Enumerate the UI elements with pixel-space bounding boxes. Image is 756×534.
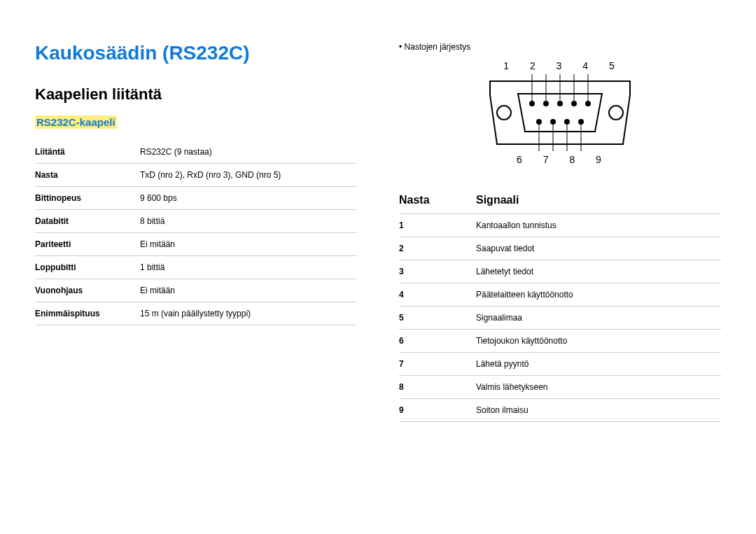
pin-signal: Tietojoukon käyttöönotto (476, 330, 721, 353)
subsection-highlight: RS232C-kaapeli (35, 115, 117, 129)
pin-number: 4 (399, 283, 476, 307)
pin-signal: Saapuvat tiedot (476, 237, 721, 260)
signal-th-signal: Signaali (476, 187, 721, 214)
table-row: PariteettiEi mitään (35, 233, 357, 256)
spec-label: Vuonohjaus (35, 279, 140, 302)
table-row: Loppubitti1 bittiä (35, 256, 357, 279)
table-row: 5Signaalimaa (399, 307, 721, 330)
table-row: Bittinopeus9 600 bps (35, 187, 357, 210)
table-row: NastaTxD (nro 2), RxD (nro 3), GND (nro … (35, 164, 357, 187)
spec-value: TxD (nro 2), RxD (nro 3), GND (nro 5) (140, 164, 357, 187)
spec-value: 15 m (vain päällystetty tyyppi) (140, 302, 357, 325)
spec-label: Bittinopeus (35, 187, 140, 210)
table-row: 2Saapuvat tiedot (399, 237, 721, 260)
pin-number: 5 (399, 307, 476, 330)
spec-value: RS232C (9 nastaa) (140, 141, 357, 164)
pin-number: 7 (399, 353, 476, 376)
table-row: 6Tietojoukon käyttöönotto (399, 330, 721, 353)
pin-number: 2 (399, 237, 476, 260)
table-row: 7Lähetä pyyntö (399, 353, 721, 376)
section-heading: Kaapelien liitäntä (35, 85, 357, 104)
pin-arrangement-label: Nastojen järjestys (399, 42, 721, 52)
table-row: Enimmäispituus15 m (vain päällystetty ty… (35, 302, 357, 325)
pin-number: 3 (399, 260, 476, 283)
pin-number: 6 (399, 330, 476, 353)
svg-point-10 (578, 119, 584, 125)
table-row: 4Päätelaitteen käyttöönotto (399, 283, 721, 307)
pin-number: 8 (399, 376, 476, 399)
svg-point-0 (497, 106, 511, 120)
spec-label: Pariteetti (35, 233, 140, 256)
spec-label: Databitit (35, 210, 140, 233)
table-row: Databitit8 bittiä (35, 210, 357, 233)
pin-signal: Lähetä pyyntö (476, 353, 721, 376)
signal-th-pin: Nasta (399, 187, 476, 214)
svg-point-9 (564, 119, 570, 125)
svg-point-6 (585, 101, 591, 106)
spec-label: Loppubitti (35, 256, 140, 279)
table-row: LiitäntäRS232C (9 nastaa) (35, 141, 357, 164)
pin-signal: Signaalimaa (476, 307, 721, 330)
svg-point-5 (571, 101, 577, 106)
spec-value: 9 600 bps (140, 187, 357, 210)
spec-label: Nasta (35, 164, 140, 187)
svg-point-8 (550, 119, 556, 125)
signal-table: Nasta Signaali 1Kantoaallon tunnistus2Sa… (399, 187, 721, 422)
spec-value: Ei mitään (140, 279, 357, 302)
spec-value: 8 bittiä (140, 210, 357, 233)
pin-number: 9 (399, 399, 476, 422)
db9-connector-icon (483, 74, 637, 151)
table-row: VuonohjausEi mitään (35, 279, 357, 302)
spec-value: Ei mitään (140, 233, 357, 256)
svg-point-2 (529, 101, 535, 106)
pins-top-numbers: 1 2 3 4 5 (483, 60, 637, 71)
svg-point-3 (543, 101, 549, 106)
svg-point-1 (609, 106, 623, 120)
pin-signal: Soiton ilmaisu (476, 399, 721, 422)
table-row: 3Lähetetyt tiedot (399, 260, 721, 283)
specs-table: LiitäntäRS232C (9 nastaa)NastaTxD (nro 2… (35, 141, 357, 325)
pins-bottom-numbers: 6 7 8 9 (483, 154, 637, 165)
table-row: 8Valmis lähetykseen (399, 376, 721, 399)
page-title: Kaukosäädin (RS232C) (35, 42, 357, 64)
pin-signal: Valmis lähetykseen (476, 376, 721, 399)
pin-signal: Kantoaallon tunnistus (476, 214, 721, 237)
spec-value: 1 bittiä (140, 256, 357, 279)
svg-point-4 (557, 101, 563, 106)
spec-label: Enimmäispituus (35, 302, 140, 325)
svg-point-7 (536, 119, 542, 125)
spec-label: Liitäntä (35, 141, 140, 164)
pin-signal: Päätelaitteen käyttöönotto (476, 283, 721, 307)
table-row: 1Kantoaallon tunnistus (399, 214, 721, 237)
pin-signal: Lähetetyt tiedot (476, 260, 721, 283)
subsection-heading: RS232C-kaapeli (35, 116, 357, 128)
connector-diagram: 1 2 3 4 5 (399, 60, 721, 166)
pin-number: 1 (399, 214, 476, 237)
table-row: 9Soiton ilmaisu (399, 399, 721, 422)
